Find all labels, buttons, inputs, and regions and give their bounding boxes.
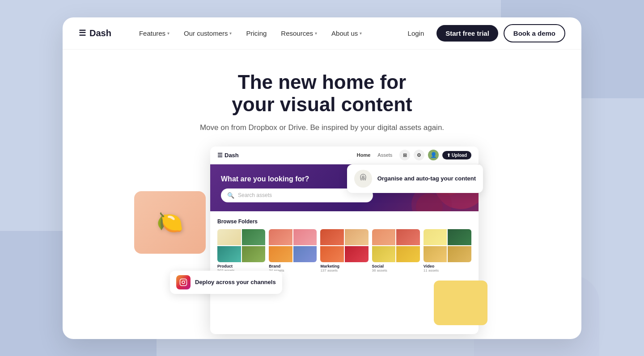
chevron-down-icon: ▾ xyxy=(315,31,317,36)
nav-right: Login Start free trial Book a demo xyxy=(401,24,565,42)
svg-point-3 xyxy=(362,176,364,178)
fingerprint-icon xyxy=(354,170,372,188)
folder-name-product: Product xyxy=(217,264,265,268)
folder-count-social: 36 assets xyxy=(372,268,420,272)
browse-folders-title: Browse Folders xyxy=(217,218,471,225)
folder-video[interactable]: Video 11 assets xyxy=(424,229,471,272)
app-nav-links: Home Assets xyxy=(357,152,393,158)
nav-item-pricing[interactable]: Pricing xyxy=(240,26,273,41)
lemon-icon: 🍋 xyxy=(157,210,183,235)
instagram-icon xyxy=(176,275,191,289)
deploy-badge: Deploy across your channels xyxy=(170,271,282,294)
nav-item-resources[interactable]: Resources ▾ xyxy=(275,26,323,41)
folder-name-marketing: Marketing xyxy=(320,264,368,268)
login-button[interactable]: Login xyxy=(401,26,432,41)
nav-label-resources: Resources xyxy=(281,29,313,37)
folder-marketing[interactable]: Marketing 137 assets xyxy=(320,229,368,272)
hero-title: The new home for your visual content xyxy=(63,71,581,116)
hero-decoration-circle-2 xyxy=(416,193,443,211)
nav-item-features[interactable]: Features ▾ xyxy=(133,26,176,41)
search-icon: 🔍 xyxy=(227,192,234,199)
float-orange-decoration: 🍋 xyxy=(134,191,206,254)
app-logo-text: Dash xyxy=(225,152,239,159)
nav-label-features: Features xyxy=(139,29,165,37)
folder-product[interactable]: Product 502 assets xyxy=(217,229,265,272)
nav-label-customers: Our customers xyxy=(184,29,228,37)
chevron-down-icon: ▾ xyxy=(167,31,169,36)
chevron-down-icon: ▾ xyxy=(229,31,232,36)
folder-count-video: 11 assets xyxy=(424,268,471,272)
main-card: ☰ Dash Features ▾ Our customers ▾ Pricin… xyxy=(63,17,581,339)
app-nav-home[interactable]: Home xyxy=(357,152,371,158)
folder-brand[interactable]: Brand 34 assets xyxy=(269,229,317,272)
chevron-down-icon: ▾ xyxy=(360,31,362,36)
app-nav-assets[interactable]: Assets xyxy=(377,152,392,158)
float-yellow-decoration xyxy=(434,281,487,325)
folder-social[interactable]: Social 36 assets xyxy=(372,229,420,272)
organise-badge: Organise and auto-tag your content xyxy=(347,164,483,193)
logo[interactable]: ☰ Dash xyxy=(79,28,111,38)
folders-grid: Product 502 assets Brand 34 assets xyxy=(217,229,471,272)
app-grid-icon[interactable]: ⊞ xyxy=(399,150,410,160)
app-menu-icon: ☰ xyxy=(217,152,223,159)
app-browse-section: Browse Folders Product 502 assets xyxy=(210,211,479,272)
app-navbar: ☰ Dash Home Assets ⊞ ⚙ 👤 ⬆ Upload xyxy=(210,147,479,164)
nav-links: Features ▾ Our customers ▾ Pricing Resou… xyxy=(133,26,401,41)
logo-text: Dash xyxy=(89,28,111,38)
nav-label-about: About us xyxy=(331,29,358,37)
start-trial-button[interactable]: Start free trial xyxy=(436,25,498,42)
app-upload-button[interactable]: ⬆ Upload xyxy=(442,151,471,159)
nav-label-pricing: Pricing xyxy=(246,29,267,37)
app-avatar[interactable]: 👤 xyxy=(428,150,439,160)
app-logo: ☰ Dash xyxy=(217,152,239,159)
search-placeholder: Search assets xyxy=(238,192,272,198)
hero-subtitle: Move on from Dropbox or Drive. Be inspir… xyxy=(63,123,581,132)
nav-item-customers[interactable]: Our customers ▾ xyxy=(178,26,238,41)
deploy-text: Deploy across your channels xyxy=(195,279,276,285)
folder-name-video: Video xyxy=(424,264,471,268)
hero-section: The new home for your visual content Mov… xyxy=(63,50,581,147)
book-demo-button[interactable]: Book a demo xyxy=(504,24,565,42)
svg-rect-0 xyxy=(180,279,187,285)
app-settings-icon[interactable]: ⚙ xyxy=(414,150,424,160)
app-actions: ⊞ ⚙ 👤 ⬆ Upload xyxy=(399,150,471,160)
navbar: ☰ Dash Features ▾ Our customers ▾ Pricin… xyxy=(63,17,581,50)
nav-item-about[interactable]: About us ▾ xyxy=(325,26,368,41)
folder-name-brand: Brand xyxy=(269,264,317,268)
svg-point-2 xyxy=(185,280,186,281)
logo-menu-icon: ☰ xyxy=(79,28,86,38)
organise-text: Organise and auto-tag your content xyxy=(377,175,476,182)
svg-point-1 xyxy=(182,281,185,284)
folder-count-marketing: 137 assets xyxy=(320,268,368,272)
folder-name-social: Social xyxy=(372,264,420,268)
